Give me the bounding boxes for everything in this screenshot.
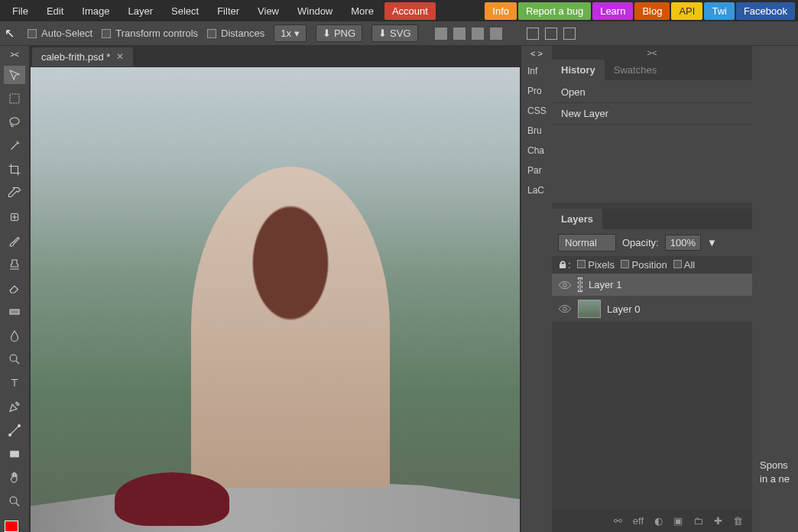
svg-point-8: [10, 497, 17, 504]
menu-view[interactable]: View: [248, 2, 288, 20]
history-item[interactable]: Open: [552, 82, 752, 103]
toolbar-collapse[interactable]: ><: [10, 50, 19, 60]
visibility-icon[interactable]: [558, 303, 572, 314]
tab-layers[interactable]: Layers: [552, 209, 602, 229]
rect-select-tool[interactable]: [4, 89, 25, 108]
transform-check[interactable]: Transform controls: [102, 28, 198, 39]
zoom-select[interactable]: 1x ▾: [274, 24, 307, 42]
menu-select[interactable]: Select: [162, 2, 208, 20]
menu-layer[interactable]: Layer: [119, 2, 163, 20]
tab-swatches[interactable]: Swatches: [605, 60, 666, 80]
layer-name[interactable]: Layer 1: [589, 279, 621, 290]
eyedropper-tool[interactable]: [4, 184, 25, 203]
layers-footer: ⚯ eff ◐ ▣ 🗀 ✚ 🗑︎: [552, 509, 752, 532]
history-list: Open New Layer: [552, 80, 752, 126]
mini-lac[interactable]: LaC: [521, 180, 552, 200]
blend-mode-select[interactable]: Normal: [558, 234, 616, 251]
mini-par[interactable]: Par: [521, 161, 552, 180]
layer-row[interactable]: Layer 1: [552, 274, 752, 296]
svg-point-1: [10, 118, 19, 125]
color-swatches[interactable]: [5, 521, 24, 532]
layer-thumb: [578, 300, 601, 318]
opacity-dropdown-icon[interactable]: ▼: [707, 237, 717, 248]
document-name: caleb-frith.psd *: [41, 51, 110, 63]
align-center-icon[interactable]: [453, 28, 466, 40]
opacity-value[interactable]: 100%: [665, 235, 701, 251]
mini-cha[interactable]: Cha: [521, 141, 552, 161]
sponsored-text: Sponsin a ne: [752, 459, 798, 486]
blur-tool[interactable]: [4, 326, 25, 345]
mask-icon[interactable]: ▣: [673, 515, 683, 527]
export-png[interactable]: ⬇ PNG: [316, 24, 362, 42]
link-layers-icon[interactable]: ⚯: [614, 515, 622, 527]
panel-collapse[interactable]: ><: [552, 46, 752, 60]
move-tool-icon: ↖︎: [5, 26, 18, 41]
canvas-area[interactable]: [29, 67, 521, 532]
pill-twi[interactable]: Twi: [704, 2, 735, 20]
visibility-icon[interactable]: [558, 280, 572, 290]
align-right-icon[interactable]: [472, 28, 484, 40]
lock-pixels[interactable]: Pixels: [577, 259, 615, 271]
new-layer-icon[interactable]: ✚: [714, 515, 722, 527]
move-tool[interactable]: [4, 66, 25, 84]
dodge-tool[interactable]: [4, 350, 25, 368]
export-svg[interactable]: ⬇ SVG: [371, 24, 417, 42]
brush-tool[interactable]: [4, 232, 25, 250]
crop-tool[interactable]: [4, 161, 25, 179]
heal-tool[interactable]: [4, 208, 25, 226]
hand-tool[interactable]: [4, 469, 25, 487]
menu-image[interactable]: Image: [73, 2, 118, 20]
layer-row[interactable]: Layer 0: [552, 296, 752, 322]
zoom-tool[interactable]: [4, 492, 25, 511]
shape-tool[interactable]: [4, 445, 25, 463]
path-tool[interactable]: [4, 421, 25, 440]
mini-bru[interactable]: Bru: [521, 121, 552, 141]
account-button[interactable]: Account: [384, 2, 436, 20]
svg-rect-7: [11, 451, 19, 457]
tab-history[interactable]: History: [552, 60, 605, 80]
lock-all[interactable]: All: [673, 259, 695, 271]
lock-position[interactable]: Position: [621, 259, 667, 271]
menu-edit[interactable]: Edit: [37, 2, 73, 20]
pen-tool[interactable]: [4, 397, 25, 416]
mini-css[interactable]: CSS: [521, 101, 552, 121]
pill-blog[interactable]: Blog: [634, 2, 670, 20]
gradient-tool[interactable]: [4, 303, 25, 321]
canvas-image: [31, 67, 520, 532]
history-item[interactable]: New Layer: [552, 103, 752, 125]
menu-filter[interactable]: Filter: [208, 2, 248, 20]
pill-learn[interactable]: Learn: [592, 2, 633, 20]
mini-inf[interactable]: Inf: [521, 61, 552, 81]
mini-pro[interactable]: Pro: [521, 81, 552, 101]
mini-expand[interactable]: < >: [521, 46, 552, 61]
pill-api[interactable]: API: [671, 2, 702, 20]
menu-more[interactable]: More: [342, 2, 383, 20]
effects-label[interactable]: eff: [633, 515, 644, 527]
pill-info[interactable]: Info: [485, 2, 517, 20]
wand-tool[interactable]: [4, 137, 25, 155]
lasso-tool[interactable]: [4, 113, 25, 131]
folder-icon[interactable]: 🗀: [693, 515, 703, 527]
menu-window[interactable]: Window: [288, 2, 342, 20]
delete-layer-icon[interactable]: 🗑︎: [733, 515, 743, 527]
menu-file[interactable]: File: [3, 2, 37, 20]
layer-name[interactable]: Layer 0: [607, 303, 640, 315]
stamp-tool[interactable]: [4, 255, 25, 274]
dist-2-icon[interactable]: [545, 28, 557, 40]
pill-bug[interactable]: Report a bug: [518, 2, 591, 20]
align-top-icon[interactable]: [490, 28, 502, 40]
eraser-tool[interactable]: [4, 279, 25, 297]
auto-select-check[interactable]: Auto-Select: [28, 28, 92, 39]
close-tab-icon[interactable]: ✕: [116, 51, 124, 62]
dist-1-icon[interactable]: [527, 28, 539, 40]
right-panels: >< History Swatches Open New Layer Layer…: [552, 46, 752, 532]
opacity-label: Opacity:: [622, 237, 659, 248]
align-left-icon[interactable]: [435, 28, 447, 40]
distances-check[interactable]: Distances: [207, 28, 264, 39]
dist-3-icon[interactable]: [563, 28, 576, 40]
adjustment-icon[interactable]: ◐: [654, 515, 663, 527]
pill-facebook[interactable]: Facebook: [736, 2, 795, 20]
type-tool[interactable]: [4, 374, 25, 392]
collapsed-panels: < > Inf Pro CSS Bru Cha Par LaC: [521, 46, 552, 200]
document-tab[interactable]: caleb-frith.psd * ✕: [32, 47, 133, 66]
